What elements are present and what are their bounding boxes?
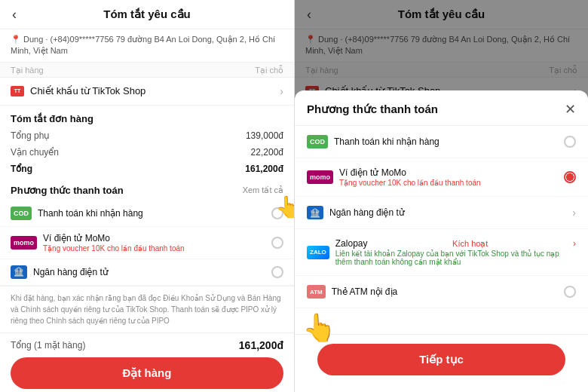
modal-footer: 👆 Tiếp tục — [295, 334, 588, 392]
subtotal-row: Tổng phụ 139,000đ — [0, 127, 294, 144]
zalopay-sub: Liên kết tài khoản Zalopay của bạn với T… — [335, 250, 576, 266]
tiktok-chevron-icon: › — [280, 85, 283, 97]
hand-pointer-icon: 👆 — [275, 194, 294, 219]
bank-label: Ngân hàng điện tử — [33, 267, 271, 277]
left-footer-total: Tổng (1 mặt hàng) 161,200đ — [0, 333, 294, 354]
payment-bank[interactable]: 🏦 Ngân hàng điện tử — [0, 259, 294, 286]
order-summary-title: Tóm tắt đơn hàng — [0, 106, 294, 127]
address-text: Dung · (+84)09*****7756 79 đường B4 An L… — [11, 35, 275, 55]
atm-radio[interactable] — [564, 286, 576, 298]
left-address: 📍 Dung · (+84)09*****7756 79 đường B4 An… — [0, 29, 294, 63]
zalopay-activate-button[interactable]: Kích hoạt — [452, 239, 488, 249]
bank-badge: 🏦 — [11, 265, 27, 279]
payment-cod[interactable]: COD Thanh toán khi nhận hàng 👆 — [0, 201, 294, 227]
momo-label: Ví điện tử MoMo — [43, 233, 271, 243]
modal-momo-label: Ví điện tử MoMo — [339, 167, 564, 178]
momo-sub: Tặng voucher 10K cho lần đầu thanh toán — [43, 244, 271, 253]
modal-cod-radio[interactable] — [564, 136, 576, 148]
order-button[interactable]: Đặt hàng — [11, 357, 283, 389]
modal-bank-badge: 🏦 — [307, 206, 323, 219]
modal-title: Phương thức thanh toán — [307, 103, 438, 116]
payment-section-header: Phương thức thanh toán Xem tất cả — [0, 177, 294, 201]
continue-button[interactable]: Tiếp tục — [317, 344, 565, 375]
terms-text: Khi đặt hàng, bạn xác nhận rằng bạn đã đ… — [0, 286, 294, 332]
shipping-row: Vận chuyển 22,200đ — [0, 144, 294, 161]
modal-zalopay-option[interactable]: ZALO Zalopay Kích hoạt › Liên kết tài kh… — [295, 229, 588, 276]
modal-momo-sub: Tặng voucher 10K cho lần đầu thanh toán — [339, 179, 564, 187]
modal-header: Phương thức thanh toán ✕ — [295, 90, 588, 126]
bank-radio[interactable] — [271, 266, 283, 278]
bank-arrow-icon: › — [572, 207, 576, 219]
modal-cod-option[interactable]: COD Thanh toán khi nhận hàng — [295, 126, 588, 158]
left-page-title: Tóm tắt yêu cầu — [103, 8, 191, 21]
left-back-button[interactable]: ‹ — [12, 7, 17, 23]
tiktok-discount-label: Chiết khấu từ TikTok Shop — [30, 85, 280, 96]
cod-badge: COD — [11, 207, 32, 220]
modal-atm-option[interactable]: ATM Thẻ ATM nội địa — [295, 276, 588, 308]
modal-momo-radio[interactable] — [564, 171, 576, 183]
modal-body: COD Thanh toán khi nhận hàng momo Ví điệ… — [295, 126, 588, 334]
modal-cod-label: Thanh toán khi nhận hàng — [334, 136, 564, 147]
modal-momo-option[interactable]: momo Ví điện tử MoMo Tặng voucher 10K ch… — [295, 158, 588, 197]
modal-bank-label: Ngân hàng điện tử — [329, 207, 572, 218]
right-panel: ‹ Tóm tắt yêu cầu 📍 Dung · (+84)09*****7… — [294, 0, 588, 392]
total-row: Tổng 161,200đ — [0, 161, 294, 177]
left-header: ‹ Tóm tắt yêu cầu — [0, 0, 294, 29]
modal-bank-option[interactable]: 🏦 Ngân hàng điện tử › — [295, 197, 588, 229]
left-panel: ‹ Tóm tắt yêu cầu 📍 Dung · (+84)09*****7… — [0, 0, 294, 392]
modal-cod-badge: COD — [307, 135, 328, 149]
zalopay-chevron-icon: › — [573, 238, 576, 249]
momo-radio[interactable] — [271, 237, 283, 249]
atm-label: Thẻ ATM nội địa — [332, 286, 564, 297]
modal-hand-pointer-icon: 👆 — [302, 312, 336, 344]
payment-momo[interactable]: momo Ví điện tử MoMo Tặng voucher 10K ch… — [0, 227, 294, 259]
cod-label: Thanh toán khi nhận hàng — [38, 208, 271, 219]
left-faded-row: Tại hàng Tại chỗ — [0, 63, 294, 78]
modal-close-button[interactable]: ✕ — [565, 101, 576, 118]
zalopay-badge: ZALO — [307, 246, 329, 259]
location-icon: 📍 — [11, 35, 21, 44]
left-footer: Tổng (1 mặt hàng) 161,200đ Đặt hàng — [0, 332, 294, 392]
modal-momo-badge: momo — [307, 170, 333, 184]
atm-badge: ATM — [307, 285, 326, 299]
zalopay-label: Zalopay — [335, 238, 368, 249]
payment-modal: Phương thức thanh toán ✕ COD Thanh toán … — [295, 90, 588, 392]
momo-badge: momo — [11, 236, 37, 250]
tiktok-icon: TT — [11, 86, 24, 96]
left-tiktok-discount[interactable]: TT Chiết khấu từ TikTok Shop › — [0, 78, 294, 106]
